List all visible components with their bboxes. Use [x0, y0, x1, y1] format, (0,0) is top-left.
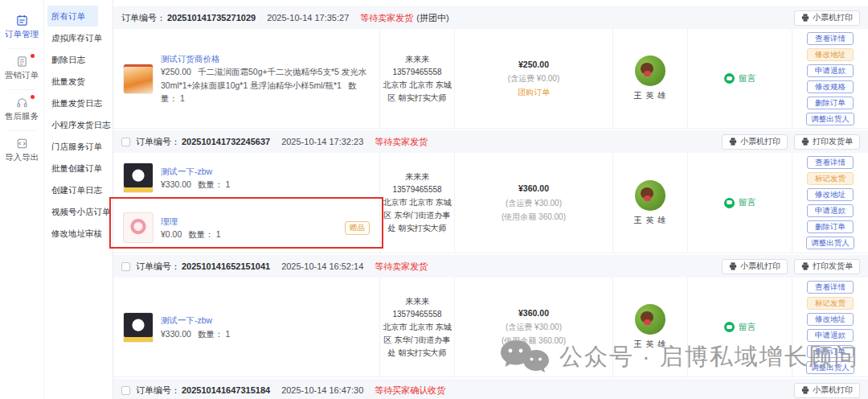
order-number: 202510141652151041 [182, 261, 270, 271]
view-details-button[interactable]: 查看详情 [807, 156, 854, 169]
request-refund-button[interactable]: 申请退款 [807, 64, 854, 77]
order-status: 等待卖家发货 [360, 12, 413, 24]
order-header: 订单编号： 202510141647315184 2025-10-14 16:4… [113, 379, 868, 399]
delete-order-button[interactable]: 删除订单 [807, 220, 854, 233]
mark-shipped-button[interactable]: 标记发货 [807, 297, 854, 310]
customer-column: 来来来 13579465558 北京市 北京市 东城区 东华门街道办事处 朝实打… [380, 153, 455, 253]
nav-item-import-export[interactable]: 导入导出 [0, 133, 43, 170]
menu-item-channels-shop-orders[interactable]: 视频号小店订单 [47, 201, 98, 222]
printer-icon [729, 138, 737, 146]
printer-icon [801, 14, 809, 22]
invoice-print-button[interactable]: 打印发货单 [794, 259, 860, 274]
menu-item-delete-log[interactable]: 删除日志 [47, 49, 98, 70]
customer-phone: 13579465558 [383, 308, 452, 321]
actions-column: 查看详情 标记发货 修改地址 申请退款 删除订单 调整出货人 [792, 153, 868, 253]
print-button-label: 小票机打印 [740, 261, 780, 272]
menu-item-virtual-stock-orders[interactable]: 虚拟库存订单 [47, 27, 98, 48]
order-number: 202510141732245637 [182, 137, 270, 146]
product-name-link[interactable]: 测试一下-zbw [161, 314, 230, 327]
nav-item-order-management[interactable]: 订单管理 [0, 10, 43, 47]
product-price: ¥250.00 [161, 67, 191, 76]
order-no-label: 订单编号： [136, 136, 180, 148]
shipping-fee: (含运费 ¥30.00) [506, 320, 562, 334]
product-name-link[interactable]: 理理 [161, 215, 221, 228]
invoice-print-button[interactable]: 打印发货单 [794, 134, 860, 150]
view-details-button[interactable]: 查看详情 [807, 32, 854, 45]
customer-info: 来来来 13579465558 北京市 北京市 东城区 东华门街道办事处 朝实打… [383, 295, 452, 360]
order-header: 订单编号： 202510141652151041 2025-10-14 16:5… [113, 255, 868, 278]
delete-order-button[interactable]: 删除订单 [807, 97, 854, 109]
receipt-print-button[interactable]: 小票机打印 [794, 383, 860, 398]
order-management-app: 订单管理 营销订单 售后服务 导入导出 所有订单 虚拟库存订单 删除日志 批量发… [0, 0, 868, 399]
order-select-checkbox[interactable] [121, 138, 130, 146]
wechat-bubbles-icon [500, 339, 550, 376]
product-info: 测试一下-zbw ¥330.00数量： 1 [161, 165, 230, 191]
product-info: 理理 ¥0.00数量： 1 [161, 215, 221, 241]
product-column: 测试订货商价格 ¥250.00千二滋润面霜50g+千二次抛精华5支*5 发光水3… [113, 29, 380, 128]
gift-product-row: 理理 ¥0.00数量： 1 赠品 [113, 203, 379, 253]
order-number: 202510141735271029 [167, 13, 256, 23]
product-name-link[interactable]: 测试一下-zbw [161, 165, 230, 178]
adjust-shipper-button[interactable]: 调整出货人 [806, 113, 854, 125]
modify-address-button[interactable]: 修改地址 [807, 48, 854, 61]
message-column: 留言 [688, 153, 792, 253]
order-list-icon [16, 14, 28, 27]
order-status: 等待卖家发货 [375, 261, 428, 273]
request-refund-button[interactable]: 申请退款 [807, 204, 854, 217]
order-select-checkbox[interactable] [121, 262, 130, 271]
modify-address-button[interactable]: 修改地址 [807, 313, 854, 326]
product-name-link[interactable]: 测试订货商价格 [161, 52, 370, 65]
divider [7, 48, 36, 49]
order-select-checkbox[interactable] [121, 386, 130, 395]
adjust-shipper-button[interactable]: 调整出货人 [806, 237, 854, 249]
printer-icon [801, 138, 809, 146]
customer-phone: 13579465558 [383, 66, 452, 79]
nav-item-marketing-orders[interactable]: 营销订单 [0, 51, 43, 88]
print-button-label: 小票机打印 [813, 12, 853, 23]
message-link[interactable]: 留言 [739, 73, 755, 84]
message-link[interactable]: 留言 [739, 197, 755, 208]
modify-spec-button[interactable]: 修改规格 [807, 80, 854, 93]
buyer-avatar [635, 304, 665, 335]
modify-address-button[interactable]: 修改地址 [807, 188, 854, 201]
message-icon [724, 73, 735, 84]
headset-icon [16, 97, 28, 109]
menu-item-bulk-create-orders[interactable]: 批量创建订单 [47, 158, 98, 179]
order-card: 订单编号： 202510141732245637 2025-10-14 17:3… [113, 130, 868, 253]
buyer-avatar [635, 180, 665, 211]
nav-item-after-sales[interactable]: 售后服务 [0, 92, 43, 129]
customer-name: 来来来 [383, 295, 452, 308]
message-icon [724, 322, 735, 332]
receipt-print-button[interactable]: 小票机打印 [722, 134, 788, 150]
menu-item-bulk-ship-log[interactable]: 批量发货日志 [47, 93, 98, 113]
divider [7, 89, 36, 90]
watermark: 公众号 · 启博私域增长顾问 [500, 339, 859, 376]
order-datetime: 2025-10-14 16:47:30 [281, 385, 363, 395]
menu-item-miniprogram-ship-log[interactable]: 小程序发货日志 [47, 114, 98, 135]
menu-item-all-orders[interactable]: 所有订单 [47, 6, 98, 27]
print-button-label: 打印发货单 [813, 136, 853, 147]
order-datetime: 2025-10-14 17:35:27 [267, 13, 349, 23]
nav-label: 导入导出 [5, 152, 39, 162]
nav-label: 订单管理 [5, 29, 39, 39]
groupbuy-order-link[interactable]: 团购订单 [518, 85, 550, 99]
order-card: 订单编号： 202510141735271029 2025-10-14 17:3… [113, 6, 868, 129]
view-details-button[interactable]: 查看详情 [807, 281, 854, 294]
order-header: 订单编号： 202510141735271029 2025-10-14 17:3… [113, 6, 868, 29]
menu-item-store-service-orders[interactable]: 门店服务订单 [47, 136, 98, 157]
print-button-label: 小票机打印 [813, 385, 853, 396]
menu-item-bulk-ship[interactable]: 批量发货 [47, 71, 98, 92]
receipt-print-button[interactable]: 小票机打印 [722, 259, 788, 274]
customer-address: 北京市 北京市 东城区 朝实打实大师 [383, 79, 452, 105]
message-link[interactable]: 留言 [739, 322, 755, 333]
product-image [123, 64, 154, 94]
divider [7, 130, 36, 131]
order-no-label: 订单编号： [121, 12, 166, 24]
order-body: 测试一下-zbw ¥330.00数量： 1 理理 ¥0.00数量： 1 [113, 153, 868, 253]
receipt-print-button[interactable]: 小票机打印 [794, 10, 860, 26]
menu-item-address-change-review[interactable]: 修改地址审核 [47, 223, 98, 244]
product-image [123, 212, 154, 243]
mark-shipped-button[interactable]: 标记发货 [807, 172, 854, 185]
product-image [123, 162, 154, 193]
menu-item-create-order-log[interactable]: 创建订单日志 [47, 179, 98, 200]
